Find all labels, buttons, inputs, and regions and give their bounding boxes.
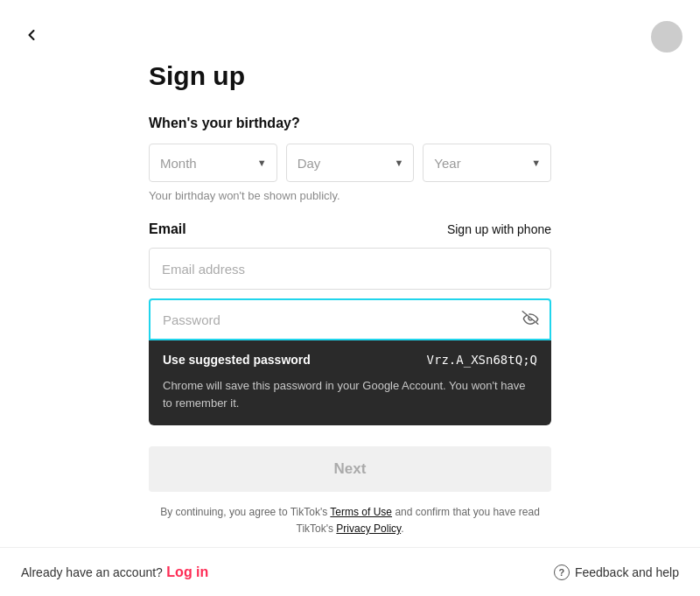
main-content: Sign up When's your birthday? Month Janu…	[0, 0, 700, 537]
help-icon: ?	[554, 564, 570, 580]
month-select-wrapper: Month JanuaryFebruaryMarch AprilMayJune …	[149, 144, 277, 182]
suggested-password-dropdown[interactable]: Use suggested password Vrz.A_XSn68tQ;Q C…	[149, 340, 551, 425]
terms-prefix: By continuing, you agree to TikTok's	[160, 506, 330, 518]
day-select-wrapper: Day ▼	[286, 144, 415, 182]
birthday-hint: Your birthday won't be shown publicly.	[149, 189, 551, 202]
suggest-label: Use suggested password	[163, 353, 311, 367]
password-visibility-icon[interactable]	[522, 311, 539, 328]
terms-suffix: .	[401, 522, 403, 535]
birthday-label: When's your birthday?	[149, 116, 551, 131]
birthday-selects: Month JanuaryFebruaryMarch AprilMayJune …	[149, 144, 551, 182]
privacy-policy-link[interactable]: Privacy Policy	[336, 522, 401, 535]
suggest-description: Chrome will save this password in your G…	[163, 377, 537, 411]
month-select[interactable]: Month JanuaryFebruaryMarch AprilMayJune …	[149, 144, 277, 182]
year-select[interactable]: Year	[423, 144, 551, 182]
feedback-help-label: Feedback and help	[575, 565, 679, 579]
terms-text: By continuing, you agree to TikTok's Ter…	[149, 504, 551, 537]
password-wrapper	[149, 298, 551, 340]
year-select-wrapper: Year ▼	[423, 144, 551, 182]
email-label: Email	[149, 221, 186, 237]
next-button[interactable]: Next	[149, 446, 551, 492]
back-button[interactable]	[18, 21, 46, 49]
bottom-bar: Already have an account? Log in ? Feedba…	[0, 547, 700, 596]
suggest-row: Use suggested password Vrz.A_XSn68tQ;Q	[163, 353, 537, 367]
signup-with-phone-link[interactable]: Sign up with phone	[447, 222, 551, 236]
password-input[interactable]	[149, 298, 551, 340]
login-link[interactable]: Log in	[166, 564, 208, 579]
terms-of-use-link[interactable]: Terms of Use	[330, 506, 392, 518]
feedback-help-button[interactable]: ? Feedback and help	[554, 564, 679, 580]
already-account-text: Already have an account?	[21, 565, 163, 579]
close-button[interactable]	[651, 21, 682, 53]
email-row: Email Sign up with phone	[149, 221, 551, 237]
already-account-section: Already have an account? Log in	[21, 564, 208, 580]
page-title: Sign up	[149, 61, 551, 91]
email-input[interactable]	[149, 248, 551, 290]
suggest-password-value: Vrz.A_XSn68tQ;Q	[427, 353, 537, 367]
day-select[interactable]: Day	[286, 144, 415, 182]
